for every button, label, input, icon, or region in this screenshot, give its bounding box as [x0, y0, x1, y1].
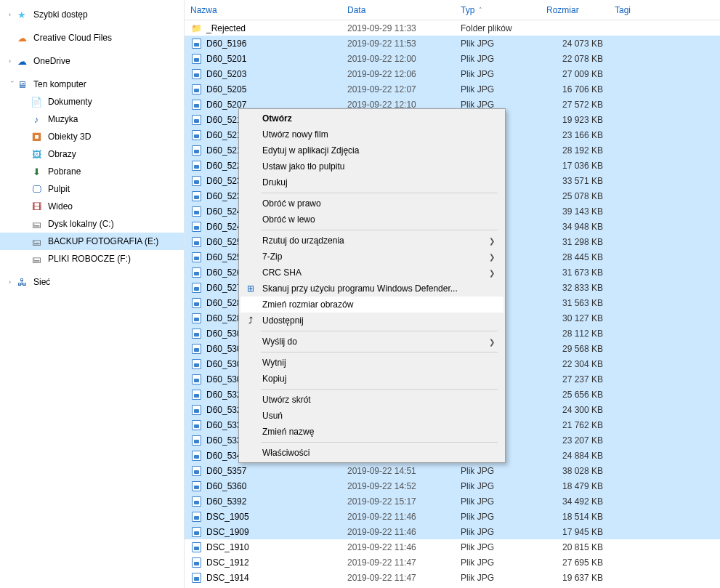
- tree-label: Pobrane: [48, 166, 81, 177]
- ctx-rename[interactable]: Zmień nazwę: [240, 424, 503, 440]
- nav-tree: › ★ Szybki dostęp ☁ Creative Cloud Files…: [0, 0, 185, 588]
- ctx-rotate-left[interactable]: Obróć w lewo: [240, 212, 503, 227]
- file-type: Plik JPG: [455, 69, 541, 79]
- separator: [261, 193, 498, 193]
- chevron-right-icon: ❯: [489, 338, 495, 346]
- file-date: 2019-09-22 11:53: [341, 39, 455, 49]
- tree-downloads[interactable]: ⬇ Pobrane: [0, 163, 184, 180]
- image-file-icon: [190, 282, 202, 294]
- col-type[interactable]: Typ˄: [455, 0, 541, 20]
- tree-music[interactable]: ♪ Muzyka: [0, 110, 184, 128]
- file-date: 2019-09-22 14:52: [341, 481, 455, 491]
- desktop-icon: 🖵: [31, 183, 42, 195]
- image-file-icon: [190, 53, 202, 65]
- tree-this-pc[interactable]: › 🖥 Ten komputer: [0, 76, 184, 93]
- image-file-icon: [190, 374, 202, 385]
- ctx-7zip[interactable]: 7-Zip❯: [240, 249, 503, 265]
- file-row[interactable]: D60_52012019-09-22 12:00Plik JPG22 078 K…: [185, 51, 720, 66]
- file-row[interactable]: D60_53572019-09-22 14:51Plik JPG38 028 K…: [185, 463, 720, 478]
- file-size: 24 073 KB: [541, 39, 609, 49]
- tree-desktop[interactable]: 🖵 Pulpit: [0, 180, 184, 198]
- file-row[interactable]: D60_53602019-09-22 14:52Plik JPG18 479 K…: [185, 478, 720, 494]
- ctx-share[interactable]: ⤴Udostępnij: [240, 313, 503, 329]
- separator: [261, 230, 498, 230]
- tree-label: Dysk lokalny (C:): [48, 219, 114, 229]
- tree-creative-cloud[interactable]: ☁ Creative Cloud Files: [0, 29, 184, 47]
- tree-disk-c[interactable]: 🖴 Dysk lokalny (C:): [0, 215, 184, 233]
- image-file-icon: [190, 465, 202, 477]
- file-name: DSC_1910: [206, 542, 249, 552]
- ctx-shortcut[interactable]: Utwórz skrót: [240, 392, 503, 408]
- ctx-copy[interactable]: Kopiuj: [240, 371, 503, 387]
- separator: [261, 389, 498, 390]
- tree-video[interactable]: 🎞 Wideo: [0, 198, 184, 215]
- col-name[interactable]: Nazwa: [185, 0, 341, 20]
- file-name: D60_5201: [206, 54, 246, 64]
- image-file-icon: [190, 480, 202, 492]
- file-size: 33 571 KB: [541, 176, 609, 186]
- file-row[interactable]: DSC_19122019-09-22 11:47Plik JPG27 695 K…: [185, 555, 720, 570]
- ctx-resize-images[interactable]: Zmień rozmiar obrazów: [240, 297, 503, 313]
- file-row[interactable]: 📁_Rejected2019-09-29 11:33Folder plików: [185, 20, 720, 36]
- file-type: Folder plików: [455, 23, 541, 33]
- image-file-icon: [190, 358, 202, 370]
- file-row[interactable]: D60_53922019-09-22 15:17Plik JPG34 492 K…: [185, 494, 720, 509]
- col-tags[interactable]: Tagi: [609, 0, 720, 20]
- ctx-new-film[interactable]: Utwórz nowy film: [240, 126, 503, 142]
- file-type: Plik JPG: [455, 542, 541, 552]
- file-date: 2019-09-22 14:51: [341, 466, 455, 476]
- ctx-cut[interactable]: Wytnij: [240, 355, 503, 371]
- separator: [261, 352, 498, 353]
- context-menu: Otwórz Utwórz nowy film Edytuj w aplikac…: [238, 108, 506, 463]
- ctx-properties[interactable]: Właściwości: [240, 445, 503, 461]
- file-size: 27 009 KB: [541, 69, 609, 79]
- tree-images[interactable]: 🖼 Obrazy: [0, 145, 184, 163]
- cloud-icon: ☁: [16, 32, 28, 44]
- image-file-icon: [190, 328, 202, 339]
- file-date: 2019-09-22 11:47: [341, 573, 455, 583]
- file-size: 18 479 KB: [541, 481, 609, 491]
- tree-network[interactable]: › 🖧 Sieć: [0, 273, 184, 291]
- chevron-right-icon: ›: [9, 278, 16, 286]
- file-row[interactable]: D60_51962019-09-22 11:53Plik JPG24 073 K…: [185, 36, 720, 51]
- ctx-crc-sha[interactable]: CRC SHA❯: [240, 265, 503, 281]
- file-row[interactable]: DSC_19102019-09-22 11:46Plik JPG20 815 K…: [185, 539, 720, 555]
- image-file-icon: [190, 526, 202, 538]
- ctx-set-wallpaper[interactable]: Ustaw jako tło pulpitu: [240, 158, 503, 174]
- image-file-icon: [190, 190, 202, 202]
- file-size: 18 514 KB: [541, 512, 609, 522]
- file-row[interactable]: D60_52032019-09-22 12:06Plik JPG27 009 K…: [185, 66, 720, 81]
- file-name: D60_5196: [206, 39, 246, 49]
- ctx-send-to[interactable]: Wyślij do❯: [240, 334, 503, 350]
- file-date: 2019-09-22 12:07: [341, 84, 455, 94]
- tree-label: Sieć: [33, 277, 50, 287]
- ctx-print[interactable]: Drukuj: [240, 174, 503, 190]
- tree-onedrive[interactable]: › ☁ OneDrive: [0, 52, 184, 70]
- image-file-icon: [190, 251, 202, 263]
- tree-disk-e[interactable]: 🖴 BACKUP FOTOGRAFIA (E:): [0, 233, 184, 250]
- file-size: 21 762 KB: [541, 420, 609, 430]
- col-size[interactable]: Rozmiar: [541, 0, 609, 20]
- image-file-icon: [190, 206, 202, 217]
- ctx-rotate-right[interactable]: Obróć w prawo: [240, 196, 503, 212]
- file-row[interactable]: DSC_19052019-09-22 11:46Plik JPG18 514 K…: [185, 509, 720, 524]
- chevron-right-icon: ❯: [489, 253, 495, 261]
- tree-disk-f[interactable]: 🖴 PLIKI ROBOCZE (F:): [0, 250, 184, 267]
- image-file-icon: [190, 313, 202, 324]
- tree-3d-objects[interactable]: 🞑 Obiekty 3D: [0, 128, 184, 145]
- col-date[interactable]: Data: [341, 0, 455, 20]
- tree-quick-access[interactable]: › ★ Szybki dostęp: [0, 6, 184, 23]
- cube-icon: 🞑: [31, 131, 42, 142]
- file-row[interactable]: DSC_19142019-09-22 11:47Plik JPG19 637 K…: [185, 570, 720, 585]
- ctx-defender[interactable]: ⊞Skanuj przy użyciu programu Windows Def…: [240, 281, 503, 297]
- file-row[interactable]: D60_52052019-09-22 12:07Plik JPG16 706 K…: [185, 81, 720, 97]
- star-icon: ★: [16, 9, 28, 20]
- image-file-icon: [190, 557, 202, 568]
- file-row[interactable]: DSC_19092019-09-22 11:46Plik JPG17 945 K…: [185, 524, 720, 539]
- ctx-open[interactable]: Otwórz: [240, 110, 503, 126]
- ctx-delete[interactable]: Usuń: [240, 408, 503, 424]
- file-size: 34 948 KB: [541, 222, 609, 232]
- ctx-edit-photos[interactable]: Edytuj w aplikacji Zdjęcia: [240, 142, 503, 158]
- tree-documents[interactable]: 📄 Dokumenty: [0, 93, 184, 110]
- ctx-cast-to[interactable]: Rzutuj do urządzenia❯: [240, 233, 503, 249]
